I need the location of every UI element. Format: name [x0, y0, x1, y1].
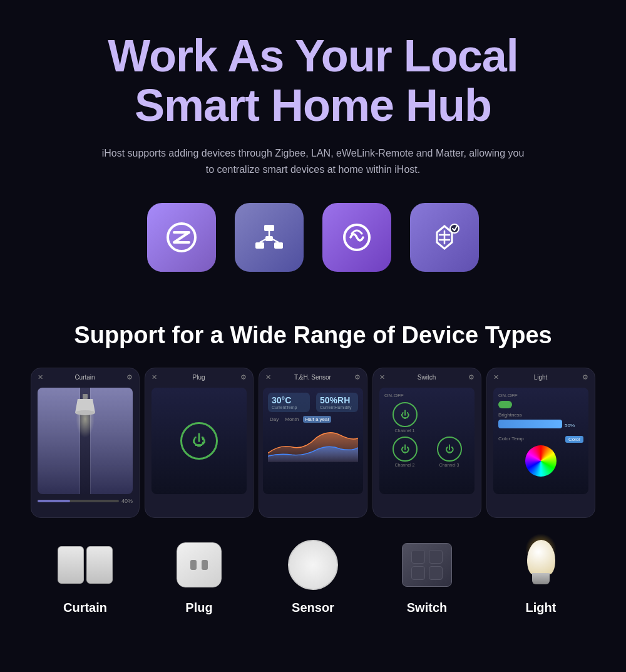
svg-rect-1 — [264, 225, 274, 231]
switch-btn-bottom-right — [429, 566, 443, 580]
light-preview: ON-OFF Brightness 50% Color Temp Color — [493, 388, 588, 494]
humidity-value: 50%RH — [320, 395, 354, 405]
light-card-title: Light — [534, 374, 548, 381]
channel-2-label: Channel 2 — [395, 463, 415, 467]
hero-title-line2: Smart Home Hub — [135, 80, 491, 130]
plug-hole-left — [190, 560, 197, 570]
svg-point-12 — [75, 410, 95, 415]
plug-device-name: Plug — [185, 601, 212, 615]
light-device-item: Light — [486, 537, 595, 615]
sensor-chart — [268, 425, 358, 463]
switch-figure — [402, 543, 452, 587]
svg-rect-10 — [83, 394, 88, 399]
switch-top-row — [411, 550, 443, 564]
light-onoff-label: ON-OFF — [498, 393, 583, 398]
bulb-body — [527, 540, 555, 574]
device-cards-row: ✕ Curtain ⚙ 40% — [0, 368, 626, 518]
hero-section: Work As Your Local Smart Home Hub iHost … — [0, 0, 626, 322]
plug-device-item: Plug — [145, 537, 254, 615]
chart-tabs: Day Month Half a year — [268, 416, 358, 423]
channel-1: ⏻ Channel 1 — [384, 402, 425, 433]
temp-reading: 30°C CurrentTemp — [268, 393, 310, 412]
switch-preview: ON-OFF ⏻ Channel 1 ⏻ Channel 2 ⏻ Channel… — [379, 388, 475, 494]
channel-3-button[interactable]: ⏻ — [437, 437, 462, 462]
brightness-control: 50% — [498, 420, 583, 432]
channel-2-button[interactable]: ⏻ — [393, 437, 418, 462]
channel-spacer — [429, 402, 454, 427]
curtain-modules — [58, 546, 113, 584]
curtain-device-name: Curtain — [63, 601, 107, 615]
lan-icon — [235, 203, 304, 272]
sensor-device-item: Sensor — [259, 537, 367, 615]
plug-card-title: Plug — [192, 374, 205, 381]
plug-preview: ⏻ — [151, 388, 247, 494]
svg-point-9 — [450, 224, 459, 233]
switch-device-name: Switch — [407, 601, 447, 615]
matter-icon — [410, 203, 479, 272]
chart-tab-month[interactable]: Month — [283, 416, 300, 423]
color-tab[interactable]: Color — [565, 436, 583, 443]
chart-tab-halfyear[interactable]: Half a year — [303, 416, 331, 423]
channel-3: ⏻ Channel 3 — [429, 437, 470, 467]
curtain-card-gear[interactable]: ⚙ — [126, 373, 133, 381]
switch-btn-top-right — [429, 550, 443, 564]
ewelink-icon — [322, 203, 391, 272]
curtain-preview — [38, 388, 133, 494]
light-device-name: Light — [526, 601, 557, 615]
light-toggle-switch[interactable] — [498, 401, 512, 408]
zigbee-icon — [147, 203, 216, 272]
plug-card-gear[interactable]: ⚙ — [240, 373, 247, 381]
switch-card: ✕ Switch ⚙ ON-OFF ⏻ Channel 1 ⏻ Channel … — [372, 368, 481, 518]
light-figure — [521, 540, 562, 590]
color-temp-row: Color Temp Color — [498, 436, 583, 443]
plug-card-close[interactable]: ✕ — [151, 373, 157, 381]
support-title: Support for a Wide Range of Device Types — [0, 322, 626, 349]
switch-onoff-label: ON-OFF — [384, 393, 470, 398]
protocol-icons — [38, 203, 588, 272]
channel-1-label: Channel 1 — [395, 428, 415, 433]
channel-1-button[interactable]: ⏻ — [393, 402, 418, 427]
switch-bottom-row — [411, 566, 443, 580]
switch-btn-top-left — [411, 550, 425, 564]
switch-device-image — [402, 537, 452, 593]
switch-card-title: Switch — [418, 374, 436, 381]
curtain-card-close[interactable]: ✕ — [38, 373, 43, 381]
temp-value: 30°C — [272, 395, 306, 405]
channel-3-label: Channel 3 — [439, 463, 459, 467]
switch-device-item: Switch — [372, 537, 481, 615]
sensor-figure — [288, 540, 338, 590]
curtain-module-2 — [86, 546, 113, 584]
color-wheel[interactable] — [525, 445, 557, 477]
light-device-image — [521, 537, 562, 593]
switch-card-gear[interactable]: ⚙ — [468, 373, 475, 381]
plug-figure — [177, 542, 222, 587]
sensor-card-gear[interactable]: ⚙ — [354, 373, 361, 381]
plug-hole-right — [202, 560, 208, 570]
brightness-bar — [498, 420, 562, 428]
curtain-lamp-icon — [73, 394, 98, 425]
curtain-device-image — [58, 537, 113, 593]
sensor-device-image — [288, 537, 338, 593]
channel-2: ⏻ Channel 2 — [384, 437, 425, 467]
switch-card-close[interactable]: ✕ — [379, 373, 385, 381]
svg-rect-7 — [265, 236, 273, 241]
chart-tab-day[interactable]: Day — [268, 416, 280, 423]
plug-card: ✕ Plug ⚙ ⏻ — [145, 368, 254, 518]
light-card-gear[interactable]: ⚙ — [582, 373, 588, 381]
hero-title: Work As Your Local Smart Home Hub — [38, 31, 588, 130]
switch-btn-bottom-left — [411, 566, 425, 580]
plug-power-button[interactable]: ⏻ — [180, 422, 218, 460]
light-card-close[interactable]: ✕ — [493, 373, 499, 381]
device-items-row: Curtain Plug Sensor — [0, 537, 626, 615]
plug-device-image — [177, 537, 222, 593]
curtain-card-title: Curtain — [74, 374, 95, 381]
hero-title-line1: Work As Your Local — [108, 31, 518, 81]
sensor-card-title: T.&H. Sensor — [294, 374, 331, 381]
curtain-card: ✕ Curtain ⚙ 40% — [31, 368, 140, 518]
plug-holes — [190, 560, 208, 570]
sensor-card-close[interactable]: ✕ — [265, 373, 271, 381]
brightness-value: 50% — [565, 423, 575, 428]
sensor-card: ✕ T.&H. Sensor ⚙ 30°C CurrentTemp 50%RH … — [259, 368, 367, 518]
sensor-preview: 30°C CurrentTemp 50%RH CurrentHumidity D… — [263, 388, 363, 494]
bulb-base — [532, 573, 550, 584]
